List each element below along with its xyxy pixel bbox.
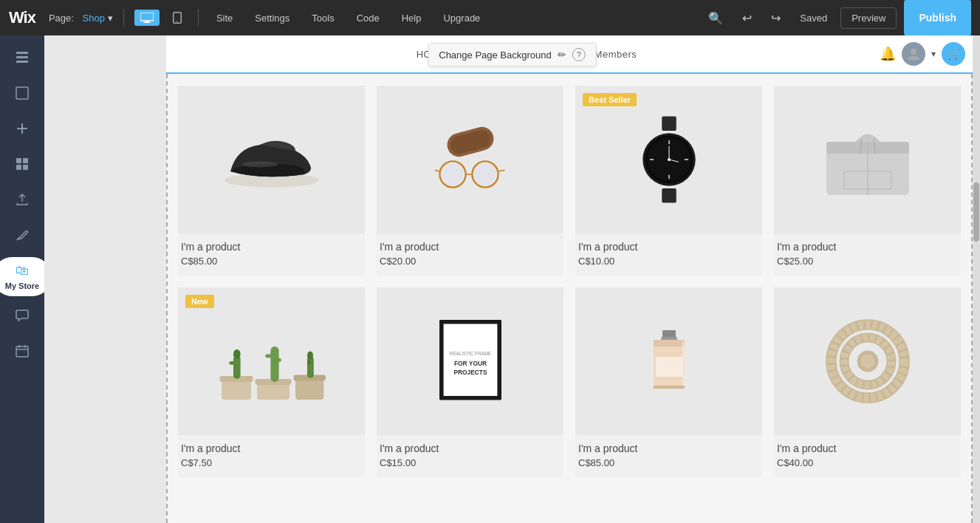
product-grid-container[interactable]: I'm a product C$85.00 I'm a product C$20… — [166, 74, 973, 523]
page-label: Page: Shop ▾ — [49, 13, 113, 24]
sidebar-chat-icon[interactable] — [6, 299, 38, 332]
redo-button[interactable]: ↪ — [765, 8, 787, 28]
nav-members[interactable]: Members — [594, 46, 637, 63]
page-bg-pen-icon[interactable]: ✏ — [558, 49, 566, 61]
svg-point-30 — [442, 164, 463, 185]
svg-rect-13 — [16, 165, 21, 170]
desktop-view-button[interactable] — [134, 10, 160, 26]
divider2 — [198, 9, 199, 27]
svg-rect-33 — [662, 188, 676, 203]
settings-menu[interactable]: Settings — [247, 13, 297, 24]
search-button[interactable]: 🔍 — [702, 8, 729, 28]
product-price: C$7.50 — [181, 457, 362, 468]
svg-rect-77 — [654, 386, 685, 389]
svg-rect-1 — [145, 21, 149, 22]
preview-button[interactable]: Preview — [840, 7, 897, 29]
svg-text:FOR YOUR: FOR YOUR — [453, 360, 486, 367]
svg-rect-10 — [17, 128, 27, 129]
scrollbar[interactable] — [973, 35, 980, 523]
product-name: I'm a product — [181, 241, 362, 253]
product-price: C$85.00 — [578, 457, 759, 468]
cart-button[interactable]: 🛒 — [942, 42, 965, 66]
site-nav-right: 🔔 ▾ 🛒 — [880, 42, 965, 66]
svg-point-31 — [474, 164, 496, 185]
product-card-p4[interactable]: I'm a product C$25.00 — [774, 86, 961, 276]
upgrade-menu[interactable]: Upgrade — [436, 13, 487, 24]
mystore-label: My Store — [5, 281, 39, 290]
mobile-view-button[interactable] — [167, 9, 188, 27]
svg-rect-72 — [661, 337, 677, 341]
product-badge: New — [185, 295, 214, 308]
sidebar-add-icon[interactable] — [6, 112, 38, 145]
product-price: C$20.00 — [380, 256, 561, 267]
svg-point-4 — [177, 21, 178, 22]
notification-bell-icon[interactable]: 🔔 — [880, 46, 896, 62]
sidebar-upload-icon[interactable] — [6, 183, 38, 216]
product-info: I'm a product C$85.00 — [575, 435, 762, 477]
tools-menu[interactable]: Tools — [304, 13, 341, 24]
svg-rect-11 — [16, 158, 21, 163]
scrollbar-thumb[interactable] — [973, 182, 979, 242]
saved-status: Saved — [794, 13, 833, 24]
sidebar-apps-icon[interactable] — [6, 148, 38, 180]
svg-rect-8 — [16, 87, 28, 99]
product-name: I'm a product — [380, 442, 561, 454]
product-info: I'm a product C$7.50 — [178, 435, 365, 477]
svg-rect-0 — [140, 13, 154, 21]
site-menu[interactable]: Site — [209, 13, 240, 24]
svg-rect-12 — [23, 158, 28, 163]
svg-line-29 — [498, 170, 504, 171]
product-price: C$25.00 — [777, 256, 958, 267]
product-image — [377, 86, 563, 233]
svg-point-20 — [911, 49, 916, 55]
sidebar-pages-icon[interactable] — [6, 41, 38, 74]
product-card-p8[interactable]: I'm a product C$40.00 — [774, 287, 961, 477]
sidebar-design-icon[interactable] — [6, 77, 38, 109]
product-name: I'm a product — [181, 442, 362, 454]
undo-button[interactable]: ↩ — [736, 8, 758, 28]
page-bg-help-icon[interactable]: ? — [572, 48, 586, 61]
svg-rect-58 — [265, 354, 273, 358]
nav-chevron-icon[interactable]: ▾ — [931, 49, 936, 59]
sidebar-pen-icon[interactable] — [6, 219, 38, 251]
product-name: I'm a product — [777, 241, 958, 253]
svg-rect-7 — [16, 61, 28, 63]
product-card-p1[interactable]: I'm a product C$85.00 — [178, 86, 365, 276]
product-badge: Best Seller — [583, 93, 637, 106]
product-card-p6[interactable]: REALISTIC FRAME FOR YOUR PROJECTS I'm a … — [377, 287, 563, 477]
page-bg-bar: Change Page Background ✏ ? — [428, 43, 597, 66]
svg-rect-62 — [307, 357, 314, 378]
product-info: I'm a product C$85.00 — [178, 233, 365, 276]
page-link[interactable]: Shop — [83, 13, 105, 24]
product-image — [774, 86, 961, 233]
publish-button[interactable]: Publish — [904, 0, 971, 35]
product-price: C$10.00 — [578, 256, 759, 267]
product-card-p3[interactable]: Best Seller I'm a product C$10.00 — [575, 86, 762, 276]
help-menu[interactable]: Help — [394, 13, 429, 24]
svg-point-54 — [233, 349, 241, 359]
user-avatar[interactable] — [902, 42, 925, 66]
svg-rect-59 — [274, 358, 281, 362]
wix-logo: Wix — [9, 8, 35, 27]
code-menu[interactable]: Code — [349, 13, 387, 24]
svg-point-63 — [307, 351, 313, 359]
product-price: C$40.00 — [777, 457, 958, 468]
svg-point-64 — [307, 360, 311, 364]
product-name: I'm a product — [380, 241, 561, 253]
svg-point-22 — [242, 161, 278, 167]
svg-rect-57 — [270, 346, 278, 382]
product-name: I'm a product — [578, 442, 759, 454]
product-image — [575, 86, 762, 233]
svg-rect-74 — [654, 340, 685, 346]
svg-line-28 — [435, 170, 439, 171]
svg-rect-16 — [16, 346, 28, 357]
product-card-p5[interactable]: New I'm a product C$7.50 — [178, 287, 365, 477]
product-card-p7[interactable]: I'm a product C$85.00 — [575, 287, 762, 477]
product-image — [774, 287, 961, 435]
product-card-p2[interactable]: I'm a product C$20.00 — [377, 86, 563, 276]
product-info: I'm a product C$25.00 — [774, 233, 961, 276]
product-image — [575, 287, 762, 435]
topbar: Wix Page: Shop ▾ Site Settings Tools Cod… — [0, 0, 980, 35]
sidebar-calendar-icon[interactable] — [6, 335, 38, 367]
svg-point-83 — [860, 354, 874, 368]
